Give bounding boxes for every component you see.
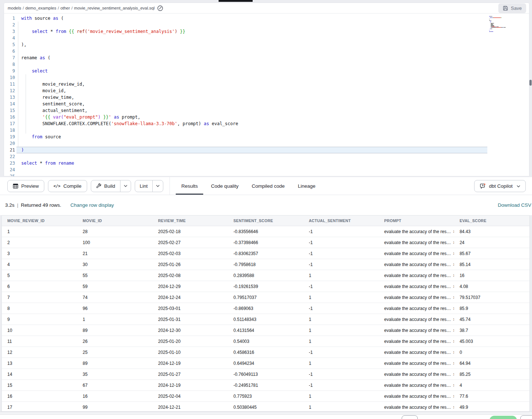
prompt-expand-chevron-icon[interactable]: › (453, 383, 454, 388)
build-wrench-icon (96, 183, 101, 189)
cell-prompt: evaluate the accuracy of the res…› (379, 251, 454, 256)
cell-prompt: evaluate the accuracy of the res…› (379, 328, 454, 333)
line-code: select (15, 68, 48, 74)
code-line: 4 (4, 35, 529, 41)
results-table: MOVIE_REVIEW_IDMOVIE_IDREVIEW_TIMESENTIM… (1, 215, 530, 412)
line-code: '{{ var("eval_prompt") }}' as prompt, (15, 114, 140, 120)
code-line: 3 select * from {{ ref('movie_review_sen… (4, 28, 529, 35)
prompt-preview-text: evaluate the accuracy of the res… (384, 284, 451, 289)
breadcrumb-segment: movie_review_sentiment_analysis_eval.sql (74, 6, 155, 10)
code-line: 23select * from rename (4, 160, 529, 167)
prompt-preview-text: evaluate the accuracy of the res… (384, 306, 451, 311)
prompt-preview-text: evaluate the accuracy of the res… (384, 240, 451, 245)
change-row-display-link[interactable]: Change row display (70, 202, 114, 208)
dbt-copilot-button[interactable]: dbt Copilot (474, 180, 526, 192)
line-number: 20 (4, 140, 15, 147)
preview-button[interactable]: Preview (7, 180, 44, 192)
cell-movie_review_id: 2 (2, 240, 77, 245)
prompt-expand-chevron-icon[interactable]: › (453, 251, 454, 256)
build-dropdown-chevron[interactable] (120, 180, 131, 192)
prompt-expand-chevron-icon[interactable]: › (453, 240, 454, 245)
prompt-expand-chevron-icon[interactable]: › (453, 229, 454, 234)
cell-movie_review_id: 10 (2, 328, 77, 333)
horizontal-scrollbar[interactable] (0, 412, 532, 415)
lint-button[interactable]: Lint (135, 180, 153, 192)
cell-sentiment_score: -0.76049113 (228, 372, 304, 377)
cell-review_time: 2025-01-31 (153, 317, 228, 322)
prompt-expand-chevron-icon[interactable]: › (453, 262, 454, 267)
prompt-expand-chevron-icon[interactable]: › (453, 328, 454, 333)
line-number: 1 (4, 15, 15, 22)
tab-results[interactable]: Results (175, 177, 204, 195)
cell-prompt: evaluate the accuracy of the res…› (379, 229, 454, 234)
cell-prompt: evaluate the accuracy of the res…› (379, 383, 454, 388)
editor-minimap[interactable] (488, 15, 525, 35)
cell-eval_score: 24 (454, 240, 529, 245)
tab-lineage[interactable]: Lineage (291, 177, 322, 195)
lint-dropdown-chevron[interactable] (152, 180, 163, 192)
cell-movie_id: 1 (77, 317, 153, 322)
cell-prompt: evaluate the accuracy of the res…› (379, 361, 454, 366)
prompt-expand-chevron-icon[interactable]: › (453, 306, 454, 311)
cell-review_time: 2025-02-04 (153, 394, 228, 399)
cell-review_time: 2025-01-26 (153, 262, 228, 267)
cell-review_time: 2025-02-27 (153, 240, 228, 245)
file-header-bar: models/demo_examples/other/movie_review_… (4, 3, 529, 14)
download-csv-link[interactable]: Download CSV (498, 202, 531, 208)
file-link-icon[interactable] (157, 5, 163, 11)
partial-green-button[interactable] (490, 416, 517, 419)
cell-review_time: 2024-12-29 (153, 284, 228, 289)
line-code (15, 74, 21, 81)
save-button[interactable]: Save (498, 3, 526, 13)
line-code (15, 173, 21, 176)
partial-button-right[interactable] (520, 415, 532, 419)
build-split-button: Build (91, 180, 131, 192)
prompt-preview-text: evaluate the accuracy of the res… (384, 339, 451, 344)
prompt-preview-text: evaluate the accuracy of the res… (384, 350, 451, 355)
tab-compiled-code[interactable]: Compiled code (245, 177, 291, 195)
copilot-chevron-icon (517, 185, 520, 187)
prompt-expand-chevron-icon[interactable]: › (453, 317, 454, 322)
line-code: ) (15, 147, 24, 153)
cell-movie_id: 59 (77, 284, 153, 289)
line-number: 15 (4, 107, 15, 114)
cell-eval_score: 16 (454, 273, 529, 278)
copilot-chat-sparkle-icon (480, 183, 486, 189)
cell-movie_id: 25 (77, 350, 153, 355)
prompt-preview-text: evaluate the accuracy of the res… (384, 361, 451, 366)
table-row: 21002025-02-27-0.37398466-1evaluate the … (2, 237, 529, 248)
prompt-expand-chevron-icon[interactable]: › (453, 372, 454, 377)
build-button[interactable]: Build (91, 180, 120, 192)
line-code: from source (15, 134, 61, 140)
editor-scrollbar-thumb[interactable] (529, 80, 532, 86)
line-code: with source as ( (15, 15, 64, 22)
table-row: 7742024-12-240.795170371evaluate the acc… (2, 292, 529, 303)
code-line: 19 from source (4, 134, 529, 140)
prompt-expand-chevron-icon[interactable]: › (453, 394, 454, 399)
prompt-expand-chevron-icon[interactable]: › (453, 405, 454, 409)
prompt-expand-chevron-icon[interactable]: › (453, 339, 454, 344)
cell-movie_id: 96 (77, 306, 153, 311)
breadcrumb: models/demo_examples/other/movie_review_… (8, 6, 155, 10)
editor-panel: models/demo_examples/other/movie_review_… (4, 3, 529, 176)
line-code: movie_id, (15, 87, 66, 94)
table-row: 16162025-02-040.7759231evaluate the accu… (2, 391, 529, 402)
cell-review_time: 2025-01-10 (153, 350, 228, 355)
prompt-expand-chevron-icon[interactable]: › (453, 273, 454, 278)
partial-button-left[interactable] (402, 415, 418, 419)
prompt-expand-chevron-icon[interactable]: › (453, 350, 454, 355)
line-code: actual_sentiment, (15, 107, 88, 114)
compile-button[interactable]: </> Compile (48, 180, 87, 192)
table-row: 15672024-12-19-0.24951781-1evaluate the … (2, 380, 529, 391)
prompt-expand-chevron-icon[interactable]: › (453, 361, 454, 366)
line-number: 16 (4, 114, 15, 120)
tab-code-quality[interactable]: Code quality (204, 177, 245, 195)
code-editor[interactable]: 1with source as (23 select * from {{ ref… (4, 14, 529, 176)
column-header-movie_review_id: MOVIE_REVIEW_ID (2, 218, 77, 223)
breadcrumb-segment: other (60, 6, 70, 10)
results-toolbar: Preview </> Compile Build Lint (0, 177, 532, 195)
prompt-expand-chevron-icon[interactable]: › (453, 295, 454, 300)
code-line: 13 review_time, (4, 94, 529, 101)
prompt-expand-chevron-icon[interactable]: › (453, 284, 454, 289)
code-line: 10 (4, 74, 529, 81)
